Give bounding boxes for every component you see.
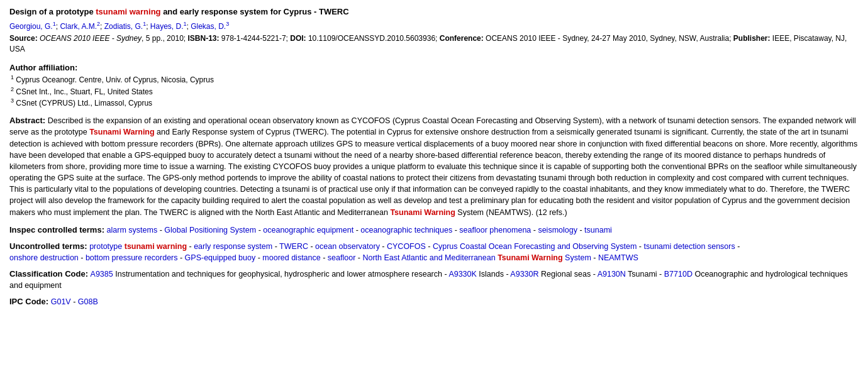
affiliation-section: Author affiliation: 1 Cyprus Oceanogr. C… [9, 62, 859, 109]
abstract-text: Described is the expansion of an existin… [9, 116, 857, 217]
unc-onshore[interactable]: onshore destruction [9, 253, 79, 262]
unc-cyprus-coastal[interactable]: Cyprus Coastal Ocean Forecasting and Obs… [433, 242, 637, 251]
unc-early-response[interactable]: early response system [194, 242, 272, 251]
author-zodiatis[interactable]: Zodiatis, G.1 [104, 22, 146, 31]
class-b7710d[interactable]: B7710D [664, 270, 693, 279]
inspec-term-seismology[interactable]: seismology [538, 226, 577, 235]
ipc-g08b[interactable]: G08B [78, 297, 98, 306]
title-line: Design of a prototype tsunami warning an… [9, 6, 859, 18]
unc-neamtws[interactable]: NEAMTWS [598, 253, 638, 262]
ipc-g01v[interactable]: G01V [51, 297, 71, 306]
pub-label: Publisher: [733, 34, 772, 43]
inspec-label: Inspec controlled terms: [9, 225, 107, 235]
abstract-label: Abstract: [9, 116, 48, 125]
unc-moored[interactable]: moored distance [262, 253, 320, 262]
inspec-term-tsunami[interactable]: tsunami [584, 226, 612, 235]
unc-cycofos[interactable]: CYCOFOS [387, 242, 426, 251]
inspec-term-oceanequip[interactable]: oceanographic equipment [263, 226, 353, 235]
unc-ocean-observatory[interactable]: ocean observatory [315, 242, 380, 251]
unc-prototype-tsunami[interactable]: prototype tsunami warning [89, 242, 187, 251]
inspec-term-seafloor[interactable]: seafloor phenomena [459, 226, 531, 235]
title-suffix: and early response system for Cyprus - T… [161, 7, 349, 16]
classification-section: Classification Code: A9385 Instrumentati… [9, 268, 859, 291]
uncontrolled-section: Uncontrolled terms: prototype tsunami wa… [9, 241, 859, 263]
inspec-term-gps[interactable]: Global Positioning System [164, 226, 256, 235]
inspec-term-oceantech[interactable]: oceanographic techniques [360, 226, 452, 235]
class-a9330r[interactable]: A9330R [510, 270, 538, 279]
inspec-term-alarm[interactable]: alarm systems [107, 226, 158, 235]
class-a9385[interactable]: A9385 [91, 270, 113, 279]
source-label: Source: [9, 34, 40, 43]
ipc-section: IPC Code: G01V - G08B [9, 296, 859, 308]
conf-label: Conference: [440, 34, 486, 43]
title-red-tsunami: tsunami warning [96, 7, 160, 16]
doi-label: DOI: [290, 34, 308, 43]
title-prefix: Design of a prototype [9, 7, 96, 16]
unc-tsunami-detection[interactable]: tsunami detection sensors [643, 242, 735, 251]
isbn-label: ISBN-13: [187, 34, 221, 43]
isbn-value: 978-1-4244-5221-7; [221, 34, 290, 43]
source-line: Source: OCEANS 2010 IEEE - Sydney, 5 pp.… [9, 33, 859, 55]
ipc-label: IPC Code: [9, 297, 51, 306]
unc-gps-buoy[interactable]: GPS-equipped buoy [185, 253, 256, 262]
author-glekas[interactable]: Glekas, D.3 [191, 22, 229, 31]
class-a9330k[interactable]: A9330K [448, 270, 476, 279]
source-journal: OCEANS 2010 IEEE - Sydney [40, 34, 142, 43]
unc-bpr[interactable]: bottom pressure recorders [86, 253, 178, 262]
affiliation-label: Author affiliation: [9, 62, 859, 74]
author-clark[interactable]: Clark, A.M.2 [60, 22, 100, 31]
conf-value: OCEANS 2010 IEEE - Sydney, 24-27 May 201… [486, 34, 733, 43]
author-georgiou[interactable]: Georgiou, G.1 [9, 22, 56, 31]
inspec-section: Inspec controlled terms: alarm systems -… [9, 224, 859, 236]
affiliation-2: 2 CSnet Int., Inc., Stuart, FL, United S… [11, 86, 859, 97]
affiliation-1: 1 Cyprus Oceanogr. Centre, Univ. of Cypr… [11, 74, 859, 86]
unc-twerc[interactable]: TWERC [279, 242, 308, 251]
unc-seafloor[interactable]: seafloor [328, 253, 355, 262]
affiliation-3: 3 CSnet (CYPRUS) Ltd., Limassol, Cyprus [11, 97, 859, 109]
doi-value: 10.1109/OCEANSSYD.2010.5603936; [308, 34, 440, 43]
unc-nea-med[interactable]: North East Atlantic and Mediterranean Ts… [362, 253, 591, 262]
abstract-section: Abstract: Described is the expansion of … [9, 115, 859, 218]
authors-line: Georgiou, G.1; Clark, A.M.2; Zodiatis, G… [9, 20, 859, 32]
uncontrolled-label: Uncontrolled terms: [9, 241, 89, 251]
classification-label: Classification Code: [9, 269, 91, 279]
class-a9130n[interactable]: A9130N [598, 270, 626, 279]
author-hayes[interactable]: Hayes, D.1 [150, 22, 187, 31]
